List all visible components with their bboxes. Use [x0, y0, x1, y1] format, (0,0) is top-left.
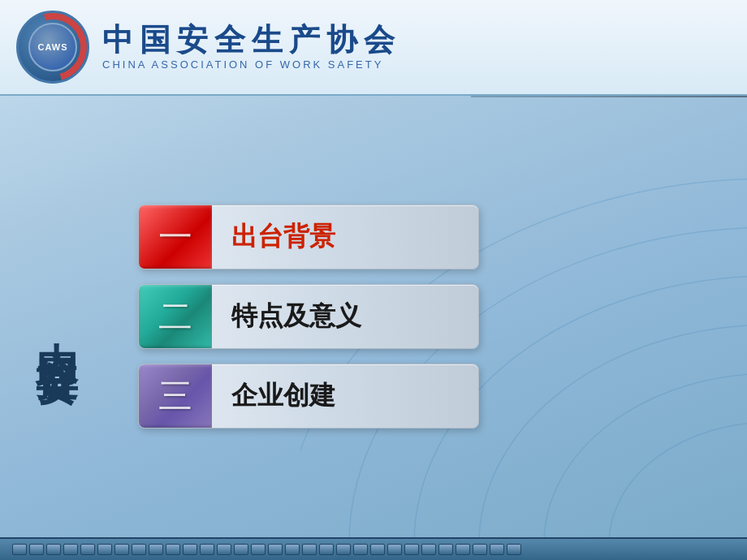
- footer-dot: [132, 544, 146, 555]
- menu-number-2: 二: [158, 294, 192, 339]
- side-label: 内容提要: [0, 308, 97, 341]
- footer-dot: [404, 544, 419, 555]
- logo-circle: CAWS: [16, 11, 89, 84]
- footer-dot: [285, 544, 300, 555]
- footer-dot: [387, 544, 402, 555]
- footer-dot: [200, 544, 214, 555]
- footer-dot: [29, 544, 44, 555]
- footer-dot: [46, 544, 61, 555]
- footer-dot: [183, 544, 197, 555]
- footer-dots: [0, 544, 533, 555]
- footer-dot: [97, 544, 112, 555]
- menu-label-2: 特点及意义: [212, 299, 361, 334]
- logo-ring: [6, 1, 100, 94]
- menu-item-2[interactable]: 二 特点及意义: [138, 284, 479, 349]
- menu-number-box-3: 三: [139, 364, 212, 429]
- footer-dot: [370, 544, 385, 555]
- footer-dot: [251, 544, 266, 555]
- footer-dot: [507, 544, 521, 555]
- footer-dot: [490, 544, 504, 555]
- footer-dot: [114, 544, 129, 555]
- logo-area: CAWS 中国安全生产协会 CHINA ASSOCIATION OF WORK …: [0, 11, 401, 84]
- menu-number-3: 三: [158, 373, 192, 419]
- footer-dot: [63, 544, 78, 555]
- footer-dot: [234, 544, 248, 555]
- header-titles: 中国安全生产协会 CHINA ASSOCIATION OF WORK SAFET…: [102, 24, 401, 71]
- title-chinese: 中国安全生产协会: [102, 24, 401, 55]
- menu-label-1: 出台背景: [212, 219, 335, 255]
- footer-dot: [421, 544, 436, 555]
- footer-dot: [12, 544, 27, 555]
- header: CAWS 中国安全生产协会 CHINA ASSOCIATION OF WORK …: [0, 0, 747, 96]
- footer-dot: [456, 544, 470, 555]
- title-english: CHINA ASSOCIATION OF WORK SAFETY: [102, 58, 401, 71]
- footer-dot: [149, 544, 163, 555]
- menu-number-box-1: 一: [139, 205, 212, 269]
- footer-dot: [319, 544, 334, 555]
- footer-dot: [336, 544, 351, 555]
- footer-dot: [473, 544, 487, 555]
- menu-label-3: 企业创建: [212, 378, 335, 414]
- footer-dot: [217, 544, 231, 555]
- menu-number-box-2: 二: [139, 284, 212, 349]
- footer-dot: [353, 544, 368, 555]
- footer-dot: [166, 544, 180, 555]
- menu-item-1[interactable]: 一 出台背景: [138, 205, 479, 269]
- main-content: 内容提要 一 出台背景 二 特点及意义 三 企业创建: [0, 96, 747, 537]
- footer-dot: [268, 544, 283, 555]
- footer-dot: [302, 544, 317, 555]
- side-text: 内容提要: [33, 308, 80, 341]
- footer-dot: [80, 544, 95, 555]
- menu-container: 一 出台背景 二 特点及意义 三 企业创建: [122, 188, 528, 445]
- footer-bar: [0, 537, 747, 560]
- menu-item-3[interactable]: 三 企业创建: [138, 364, 479, 429]
- menu-number-1: 一: [158, 214, 192, 260]
- footer-dot: [438, 544, 453, 555]
